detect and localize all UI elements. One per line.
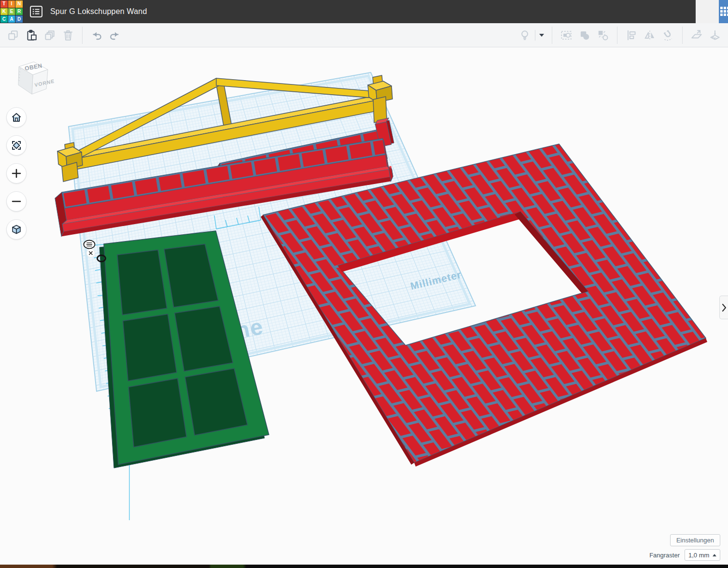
ungroup-all-icon <box>597 29 609 42</box>
main-toolbar <box>0 23 728 47</box>
logo-letter: I <box>8 0 15 8</box>
duplicate-button[interactable] <box>41 26 59 44</box>
logo-letter: E <box>8 8 15 15</box>
magnet-icon <box>662 29 674 42</box>
paste-icon <box>25 29 38 42</box>
orthographic-toggle-button[interactable] <box>6 219 27 240</box>
ruler-tool-button[interactable] <box>706 26 724 44</box>
apps-grid-icon <box>720 7 728 16</box>
workplane-icon <box>690 29 703 42</box>
paste-button[interactable] <box>22 26 41 44</box>
top-bar: TINKERCAD Spur G Lokschuppen Wand <box>0 0 728 23</box>
logo-letter: R <box>15 8 23 15</box>
tinkercad-app: { "topbar": { "title": "Spur G Lokschupp… <box>0 0 728 568</box>
align-icon <box>625 29 638 42</box>
snap-grid-controls: Fangraster 1,0 mm <box>649 549 720 561</box>
home-icon <box>11 112 22 123</box>
ungroup-icon <box>578 29 591 42</box>
mirror-button[interactable] <box>641 26 659 44</box>
group-icon <box>560 29 573 42</box>
align-button[interactable] <box>622 26 641 44</box>
logo-letter: N <box>15 0 23 8</box>
fit-view-icon <box>11 140 22 151</box>
logo-letter: D <box>15 15 23 23</box>
toolbar-separator <box>617 27 617 44</box>
logo-letter: K <box>0 8 8 15</box>
ungroup-all-button[interactable] <box>594 26 612 44</box>
tinkercad-logo[interactable]: TINKERCAD <box>0 0 23 23</box>
fit-view-button[interactable] <box>6 135 27 156</box>
workplane-tool-button[interactable] <box>687 26 706 44</box>
view-cube[interactable]: OBEN VORNE <box>11 57 56 105</box>
bottom-screen-edge <box>0 565 728 568</box>
zoom-out-button[interactable] <box>6 191 27 212</box>
minus-icon <box>11 196 22 207</box>
topbar-gap <box>696 0 719 23</box>
chevron-right-icon <box>722 304 727 312</box>
logo-letter: A <box>8 15 15 23</box>
show-all-dropdown-button[interactable] <box>536 26 547 44</box>
home-view-button[interactable] <box>6 107 27 128</box>
ungroup-button[interactable] <box>575 26 594 44</box>
toolbar-separator <box>552 27 552 44</box>
design-properties-button[interactable] <box>29 5 43 18</box>
redo-button[interactable] <box>106 26 124 44</box>
snap-grid-select[interactable]: 1,0 mm <box>685 549 720 561</box>
chevron-down-icon <box>538 33 545 38</box>
duplicate-icon <box>43 29 56 42</box>
perspective-cube-icon <box>11 224 22 235</box>
plus-icon <box>11 168 22 179</box>
view-controls <box>6 107 27 247</box>
zoom-in-button[interactable] <box>6 163 27 184</box>
toolbar-separator <box>682 27 683 44</box>
toolbar-mini-separator <box>535 30 535 41</box>
undo-button[interactable] <box>87 26 106 44</box>
redo-icon <box>109 29 121 42</box>
copy-button[interactable] <box>4 26 22 44</box>
show-all-button[interactable] <box>516 26 534 44</box>
trash-icon <box>62 29 74 42</box>
design-canvas[interactable]: Arbeitsebene Millimeter <box>0 0 728 568</box>
group-button[interactable] <box>557 26 575 44</box>
logo-letter: C <box>0 15 8 23</box>
lightbulb-icon <box>518 29 531 42</box>
copy-icon <box>7 29 19 42</box>
design-title: Spur G Lokschuppen Wand <box>50 7 147 16</box>
chevron-up-icon <box>713 554 716 556</box>
snap-grid-label: Fangraster <box>649 552 680 559</box>
design-properties-icon <box>29 5 43 18</box>
logo-letter: T <box>0 0 8 8</box>
delete-button[interactable] <box>59 26 77 44</box>
mirror-icon <box>644 29 656 42</box>
ruler-icon <box>709 29 721 42</box>
shapes-panel-toggle[interactable] <box>719 296 728 319</box>
snap-grid-value: 1,0 mm <box>688 552 709 559</box>
toolbar-separator <box>82 27 83 44</box>
settings-button[interactable]: Einstellungen <box>670 534 720 546</box>
undo-icon <box>90 29 103 42</box>
apps-menu-button[interactable] <box>719 0 728 23</box>
snap-magnet-button[interactable] <box>659 26 677 44</box>
